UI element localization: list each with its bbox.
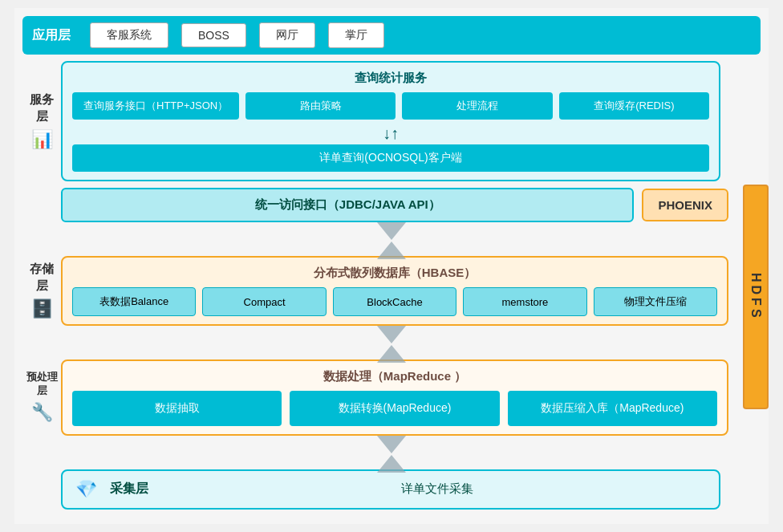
- app-item-3: 掌厅: [328, 22, 384, 48]
- preproc-item-0: 数据抽取: [72, 391, 282, 426]
- preproc-layer-row: 预处理层 🔧 数据处理（MapReduce ） 数据抽取 数据转换(MapRed…: [22, 359, 761, 436]
- app-layer-row: 应用层 客服系统 BOSS 网厅 掌厅: [22, 16, 761, 55]
- app-layer-content: 应用层 客服系统 BOSS 网厅 掌厅: [22, 16, 761, 55]
- arrow-down-shape-2: [377, 326, 406, 343]
- arrow-up-shape-2: [377, 345, 406, 363]
- service-arrow: ↓↑: [72, 124, 709, 143]
- service-layer-row: 服务层 📊 查询统计服务 查询服务接口（HTTP+JSON） 路由策略 处理流程…: [22, 61, 761, 181]
- storage-item-1: Compact: [202, 287, 326, 316]
- preproc-boxes: 数据抽取 数据转换(MapReduce) 数据压缩入库（MapReduce): [72, 391, 717, 426]
- storage-item-4: 物理文件压缩: [594, 287, 717, 316]
- arrow-down-2: [377, 326, 406, 363]
- collection-row: 💎 采集层 详单文件采集: [61, 469, 720, 510]
- app-item-1: BOSS: [181, 23, 246, 47]
- arrow-down-3: [377, 436, 406, 473]
- storage-boxes: 表数据Balance Compact BlockCache memstore 物…: [72, 287, 717, 316]
- service-http-box: 查询服务接口（HTTP+JSON）: [72, 92, 239, 120]
- storage-layer-label: 存储层 🗄️: [22, 256, 61, 326]
- unified-box: 统一访问接口（JDBC/JAVA API）: [61, 188, 634, 222]
- collection-icon: 💎: [75, 479, 97, 500]
- arrow-down-shape-3: [377, 436, 406, 453]
- architecture-diagram: HDFS 应用层 客服系统 BOSS 网厅 掌厅 服务层 📊 查询统计服务 查询…: [14, 8, 769, 524]
- service-bottom-box: 详单查询(OCNOSQL)客户端: [72, 144, 709, 172]
- service-layer-label: 服务层 📊: [22, 61, 61, 181]
- hdfs-label: HDFS: [743, 185, 769, 409]
- storage-layer-row: 存储层 🗄️ 分布式散列数据库（HBASE） 表数据Balance Compac…: [22, 256, 761, 326]
- preproc-icon: 🔧: [31, 401, 53, 424]
- preproc-item-2: 数据压缩入库（MapReduce): [508, 391, 717, 426]
- service-process-box: 处理流程: [402, 92, 552, 120]
- arrow-up-shape-3: [377, 455, 406, 473]
- arrow-up-shape: [377, 242, 406, 259]
- service-outer: 查询统计服务 查询服务接口（HTTP+JSON） 路由策略 处理流程 查询缓存(…: [61, 61, 720, 181]
- preproc-title: 数据处理（MapReduce ）: [72, 369, 717, 384]
- app-item-0: 客服系统: [90, 22, 168, 48]
- app-layer-label: 应用层: [32, 27, 71, 44]
- collection-layer-label: 采集层: [110, 481, 148, 497]
- storage-title: 分布式散列数据库（HBASE）: [72, 266, 717, 281]
- service-icon: 📊: [31, 128, 53, 152]
- preproc-item-1: 数据转换(MapReduce): [290, 391, 499, 426]
- preproc-layer-label: 预处理层 🔧: [22, 359, 61, 436]
- collection-spacer: [22, 469, 61, 510]
- collection-main-text: 详单文件采集: [168, 481, 706, 497]
- unified-row: 统一访问接口（JDBC/JAVA API） PHOENIX: [22, 188, 761, 222]
- service-row1: 查询服务接口（HTTP+JSON） 路由策略 处理流程 查询缓存(REDIS): [72, 92, 709, 120]
- storage-item-0: 表数据Balance: [72, 287, 196, 316]
- arrow-down-shape: [377, 222, 406, 240]
- preproc-label-text: 预处理层: [24, 371, 59, 398]
- connector-3: [22, 442, 761, 466]
- storage-item-3: memstore: [463, 287, 586, 316]
- preproc-outer: 数据处理（MapReduce ） 数据抽取 数据转换(MapReduce) 数据…: [61, 359, 728, 436]
- app-item-2: 网厅: [259, 22, 315, 48]
- unified-content: 统一访问接口（JDBC/JAVA API） PHOENIX: [61, 188, 728, 222]
- phoenix-box: PHOENIX: [642, 189, 728, 221]
- service-route-box: 路由策略: [245, 92, 396, 120]
- service-cache-box: 查询缓存(REDIS): [559, 92, 709, 120]
- storage-item-2: BlockCache: [333, 287, 456, 316]
- arrow-down-1: [377, 222, 406, 259]
- connector-1: [22, 229, 761, 253]
- storage-icon: 🗄️: [31, 297, 53, 322]
- storage-outer: 分布式散列数据库（HBASE） 表数据Balance Compact Block…: [61, 256, 728, 326]
- collection-layer-row: 💎 采集层 详单文件采集: [22, 469, 761, 510]
- connector-2: [22, 332, 761, 356]
- service-title: 查询统计服务: [72, 71, 709, 86]
